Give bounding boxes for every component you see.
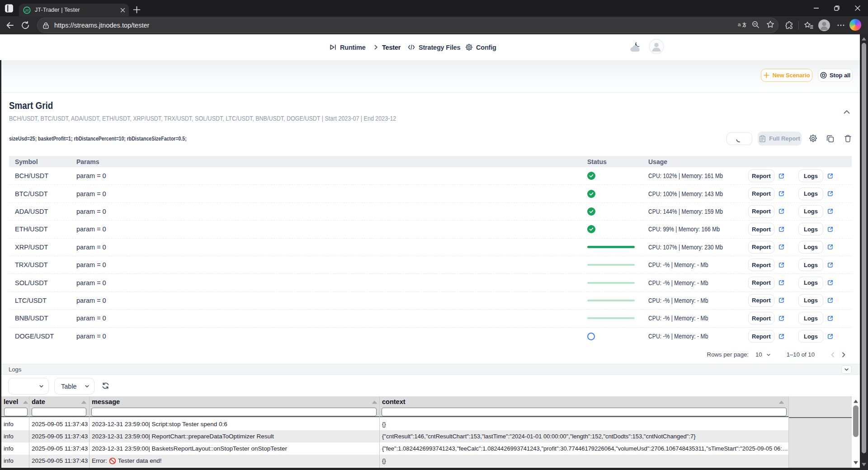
- log-filter-level-input[interactable]: [4, 408, 28, 416]
- new-scenario-button[interactable]: New Scenario: [761, 69, 812, 82]
- bookmark-star-icon[interactable]: [766, 20, 774, 28]
- scroll-down-icon[interactable]: [862, 463, 866, 466]
- logs-external-link-icon[interactable]: [827, 280, 833, 286]
- log-header-date[interactable]: date: [32, 398, 45, 405]
- report-external-link-icon[interactable]: [778, 280, 784, 286]
- rows-per-page-value[interactable]: 10: [755, 351, 762, 358]
- pagination-prev-icon[interactable]: [827, 349, 838, 360]
- scroll-up-icon[interactable]: [862, 37, 866, 41]
- trash-icon[interactable]: [844, 135, 852, 142]
- report-button[interactable]: Report: [748, 188, 774, 200]
- log-row[interactable]: info 2025-09-05 11:37:43 2023-12-31 23:5…: [1, 442, 789, 455]
- logs-external-link-icon[interactable]: [827, 244, 833, 250]
- full-report-button[interactable]: Full Report: [758, 132, 802, 146]
- report-button[interactable]: Report: [748, 277, 774, 289]
- url-text[interactable]: https://streams.jtnodes.top/tester: [54, 22, 149, 29]
- sort-asc-icon[interactable]: [81, 400, 87, 404]
- report-external-link-icon[interactable]: [778, 226, 784, 232]
- sort-asc-icon[interactable]: [372, 400, 377, 404]
- report-button[interactable]: Report: [748, 312, 774, 324]
- browser-profile-avatar[interactable]: [818, 19, 830, 32]
- theme-weather-icon[interactable]: [630, 41, 642, 52]
- tab-close-icon[interactable]: [118, 6, 127, 14]
- report-button[interactable]: Report: [748, 223, 774, 235]
- log-row[interactable]: info 2025-09-05 11:37:43 2023-12-31 23:5…: [1, 430, 789, 442]
- row-logs-button[interactable]: Logs: [798, 205, 823, 218]
- logs-external-link-icon[interactable]: [827, 226, 833, 232]
- log-filter-message-input[interactable]: [91, 408, 377, 416]
- row-logs-button[interactable]: Logs: [798, 223, 823, 235]
- log-header-message[interactable]: message: [92, 398, 120, 405]
- stop-all-button[interactable]: Stop all: [818, 69, 853, 82]
- report-external-link-icon[interactable]: [778, 191, 784, 197]
- report-button[interactable]: Report: [748, 294, 774, 307]
- report-button[interactable]: Report: [748, 330, 774, 343]
- report-button[interactable]: Report: [748, 241, 774, 254]
- new-tab-icon[interactable]: [133, 6, 141, 14]
- browser-tab[interactable]: JT JT-Trader | Tester: [19, 4, 129, 16]
- extensions-puzzle-icon[interactable]: [785, 21, 793, 29]
- refresh-icon[interactable]: [21, 21, 30, 30]
- log-row[interactable]: info 2025-09-05 11:37:43 Error: Tester d…: [1, 455, 789, 467]
- logs-panel-bar[interactable]: Logs: [1, 364, 860, 375]
- back-icon[interactable]: [5, 21, 14, 30]
- report-external-link-icon[interactable]: [778, 208, 784, 214]
- logs-external-link-icon[interactable]: [827, 208, 833, 214]
- report-external-link-icon[interactable]: [778, 297, 784, 303]
- scroll-up-icon[interactable]: [854, 400, 858, 403]
- row-logs-button[interactable]: Logs: [798, 294, 823, 307]
- log-grid-scrollbar[interactable]: [852, 396, 860, 468]
- nav-item-tester[interactable]: Tester: [382, 34, 401, 60]
- logs-collapse-chevron-icon[interactable]: [841, 365, 852, 374]
- scenario-spinner-button[interactable]: [726, 132, 752, 145]
- scrollbar-thumb[interactable]: [862, 43, 866, 453]
- row-logs-button[interactable]: Logs: [798, 241, 823, 254]
- window-close-icon[interactable]: [847, 0, 868, 16]
- scrollbar-thumb[interactable]: [853, 405, 859, 437]
- favorites-icon[interactable]: [804, 21, 813, 29]
- translate-icon[interactable]: a: [738, 20, 746, 29]
- window-restore-icon[interactable]: [826, 0, 847, 16]
- window-minimize-icon[interactable]: [806, 0, 826, 16]
- logs-external-link-icon[interactable]: [827, 191, 833, 197]
- log-header-context[interactable]: context: [382, 398, 406, 405]
- logs-level-select[interactable]: [8, 378, 49, 395]
- sort-asc-icon[interactable]: [778, 400, 784, 404]
- logs-refresh-icon[interactable]: [102, 382, 109, 390]
- logs-external-link-icon[interactable]: [827, 297, 833, 303]
- log-row[interactable]: info 2025-09-05 11:37:43 2023-12-31 23:5…: [1, 418, 789, 430]
- logs-view-select[interactable]: Table: [54, 378, 94, 395]
- report-external-link-icon[interactable]: [778, 244, 784, 250]
- logs-external-link-icon[interactable]: [827, 173, 833, 179]
- tab-actions-icon[interactable]: [5, 4, 14, 13]
- log-filter-context-input[interactable]: [382, 408, 787, 416]
- row-logs-button[interactable]: Logs: [798, 169, 823, 182]
- logs-external-link-icon[interactable]: [827, 315, 833, 321]
- report-external-link-icon[interactable]: [778, 262, 784, 268]
- report-external-link-icon[interactable]: [778, 315, 784, 321]
- user-avatar[interactable]: [649, 39, 664, 54]
- row-logs-button[interactable]: Logs: [798, 330, 823, 343]
- sort-asc-icon[interactable]: [23, 400, 28, 404]
- zoom-out-icon[interactable]: [752, 21, 760, 28]
- row-logs-button[interactable]: Logs: [798, 312, 823, 324]
- report-external-link-icon[interactable]: [778, 173, 784, 179]
- scroll-down-icon[interactable]: [854, 461, 858, 465]
- nav-item-config[interactable]: Config: [466, 34, 496, 60]
- report-external-link-icon[interactable]: [778, 334, 784, 339]
- logs-external-link-icon[interactable]: [827, 262, 833, 268]
- rows-per-page-chevron-icon[interactable]: [766, 352, 771, 357]
- browser-scrollbar[interactable]: [860, 34, 868, 470]
- log-filter-date-input[interactable]: [32, 408, 86, 416]
- copilot-icon[interactable]: [849, 19, 862, 32]
- pagination-next-icon[interactable]: [838, 349, 849, 360]
- report-button[interactable]: Report: [748, 258, 774, 271]
- row-logs-button[interactable]: Logs: [798, 258, 823, 271]
- nav-item-strategy-files[interactable]: Strategy Files: [408, 34, 460, 60]
- row-logs-button[interactable]: Logs: [798, 277, 823, 289]
- logs-external-link-icon[interactable]: [827, 334, 833, 339]
- browser-menu-icon[interactable]: [837, 22, 845, 29]
- row-logs-button[interactable]: Logs: [798, 188, 823, 200]
- copy-icon[interactable]: [826, 135, 834, 142]
- report-button[interactable]: Report: [748, 169, 774, 182]
